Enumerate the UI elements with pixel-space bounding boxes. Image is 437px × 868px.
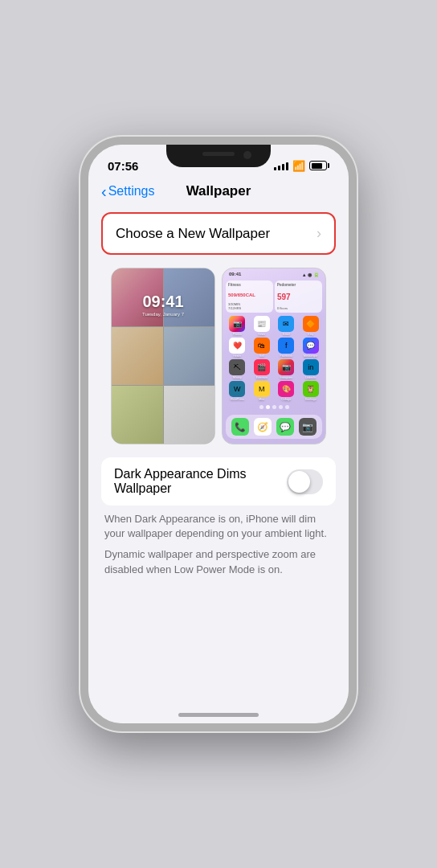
collage-cell-4 — [164, 327, 215, 385]
steps-value: 597 — [277, 293, 320, 301]
linkedin-icon: in — [303, 359, 319, 375]
nav-bar: ‹ Settings Wallpaper — [88, 180, 349, 206]
lock-screen-time: 09:41 — [112, 293, 214, 311]
app-photos: 📷 Photos — [226, 316, 249, 336]
collage-cell-5 — [112, 386, 163, 444]
collage-cell-6 — [164, 386, 215, 444]
choose-wallpaper-label: Choose a New Wallpaper — [116, 226, 270, 242]
steps-title: Pedometer — [277, 283, 320, 287]
home-time: 09:41 — [229, 272, 241, 277]
choose-wallpaper-wrapper: Choose a New Wallpaper › — [101, 212, 336, 255]
messages-dock-icon: 💬 — [276, 418, 294, 436]
app-entertainment: 🎬 Entertain — [251, 359, 274, 379]
toggle-knob — [288, 471, 310, 493]
home-status-icons: ▲ ◉ 🔋 — [302, 272, 319, 277]
facebook-icon: f — [278, 338, 294, 354]
status-icons: 📶 — [274, 160, 329, 172]
notch — [166, 145, 271, 167]
app-linkedin: in LinkedIn — [300, 359, 323, 379]
status-time: 07:56 — [108, 159, 138, 173]
app-instagram: 📷 Instagram — [275, 359, 298, 379]
app-wordpress: W WordPress — [226, 381, 249, 401]
mining-icon: ⛏ — [229, 359, 245, 375]
sell-icon: 🛍 — [254, 338, 270, 354]
wallpaper-preview: 09:41 Tuesday, January 7 09:41 ▲ ◉ 🔋 Fit… — [101, 268, 336, 444]
wifi-icon: 📶 — [292, 160, 305, 172]
page-title: Wallpaper — [186, 183, 251, 199]
safari-dock-icon: 🧭 — [254, 418, 272, 436]
signal-icon — [274, 161, 288, 170]
steps-sub: 0 floors — [277, 306, 320, 310]
app-health: ❤️ Health — [226, 338, 249, 358]
home-screen-preview[interactable]: 09:41 ▲ ◉ 🔋 Fitness 509/650CAL 3/30MIN7/… — [222, 268, 326, 444]
news-icon: 📰 — [254, 316, 270, 332]
dark-appearance-label: Dark Appearance Dims Wallpaper — [114, 467, 287, 496]
home-widgets: Fitness 509/650CAL 3/30MIN7/12HRS Pedome… — [223, 279, 325, 314]
collage-cell-3 — [112, 327, 163, 385]
content-area: Choose a New Wallpaper › 09:41 — [88, 206, 349, 600]
choose-wallpaper-chevron-icon: › — [317, 225, 321, 242]
back-label: Settings — [108, 184, 155, 199]
lock-screen-date: Tuesday, January 7 — [112, 312, 214, 317]
app-messenger: 💬 Messenger — [300, 338, 323, 358]
app-miro: M Miro — [251, 381, 274, 401]
app-duolingo: 🦉 Duolingo — [300, 381, 323, 401]
page-dots — [223, 405, 325, 409]
entertainment-icon: 🎬 — [254, 359, 270, 375]
choose-wallpaper-row[interactable]: Choose a New Wallpaper › — [103, 214, 334, 253]
home-indicator[interactable] — [178, 713, 259, 717]
phone-frame: 07:56 📶 — [80, 137, 357, 731]
phone-screen: 07:56 📶 — [88, 145, 349, 723]
fitness-title: Fitness — [228, 283, 271, 287]
steps-widget: Pedometer 597 0 floors — [275, 280, 322, 313]
duolingo-icon: 🦉 — [303, 381, 319, 397]
low-power-description: Dynamic wallpaper and perspective zoom a… — [101, 547, 336, 576]
fitness-value: 509/650CAL — [228, 293, 271, 297]
app4-icon: 🔶 — [303, 316, 319, 332]
app-mining: ⛏ Mining — [226, 359, 249, 379]
camera-dock-icon: 📷 — [299, 418, 317, 436]
photos-icon: 📷 — [229, 316, 245, 332]
app-collage: 🎨 Collage — [275, 381, 298, 401]
dark-appearance-row: Dark Appearance Dims Wallpaper — [101, 457, 336, 506]
phone-dock-icon: 📞 — [231, 418, 249, 436]
home-apps-grid: 📷 Photos 📰 News ✉ Email 🔶 — [223, 314, 325, 403]
messenger-icon: 💬 — [303, 338, 319, 354]
back-chevron-icon: ‹ — [101, 183, 107, 199]
wordpress-icon: W — [229, 381, 245, 397]
dark-appearance-toggle[interactable] — [287, 469, 324, 494]
email-icon: ✉ — [278, 316, 294, 332]
app-sell: 🛍 Sell — [251, 338, 274, 358]
fitness-widget: Fitness 509/650CAL 3/30MIN7/12HRS — [226, 280, 273, 313]
fitness-sub: 3/30MIN7/12HRS — [228, 302, 271, 310]
app-small4: 🔶 Etsy — [300, 316, 323, 336]
home-status-bar: 09:41 ▲ ◉ 🔋 — [223, 268, 325, 279]
miro-icon: M — [254, 381, 270, 397]
battery-icon — [309, 161, 329, 170]
app-news: 📰 News — [251, 316, 274, 336]
home-dock: 📞 🧭 💬 📷 — [226, 415, 322, 439]
app-email: ✉ Email — [275, 316, 298, 336]
app-facebook: f Facebook — [275, 338, 298, 358]
back-button[interactable]: ‹ Settings — [101, 184, 154, 199]
speaker — [202, 152, 235, 156]
camera — [243, 151, 251, 159]
lock-screen-preview[interactable]: 09:41 Tuesday, January 7 — [111, 268, 215, 444]
collage-icon: 🎨 — [278, 381, 294, 397]
dark-appearance-description: When Dark Appearance is on, iPhone will … — [101, 512, 336, 541]
health-icon: ❤️ — [229, 338, 245, 354]
instagram-icon: 📷 — [278, 359, 294, 375]
